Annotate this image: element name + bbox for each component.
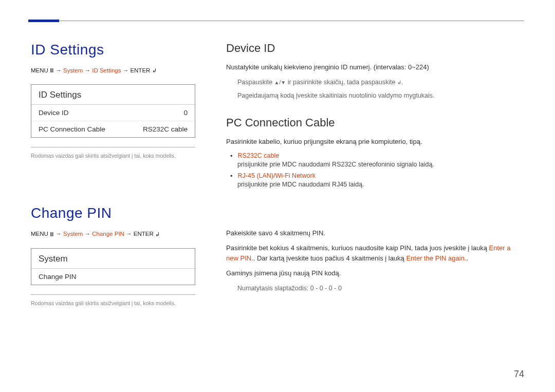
rs232c-text: prisijunkite prie MDC naudodami RS232C s… bbox=[237, 161, 524, 168]
menu-icon: Ⅲ bbox=[50, 67, 54, 74]
pc-connection-value: RS232C cable bbox=[143, 125, 188, 133]
breadcrumb-id-settings: MENU Ⅲ → System → ID Settings → ENTER ↲ bbox=[31, 67, 195, 74]
pc-connection-body: Pasirinkite kabelio, kuriuo prijungsite … bbox=[226, 137, 524, 147]
bc-change-pin: Change PIN bbox=[92, 231, 124, 237]
menu-icon: Ⅲ bbox=[50, 231, 54, 238]
divider bbox=[31, 294, 195, 295]
device-id-sub2: Pageidaujamą kodą įveskite skaitiniais n… bbox=[237, 91, 524, 101]
arrow-icon: → bbox=[55, 231, 62, 237]
arrow-icon: → bbox=[55, 67, 62, 73]
divider bbox=[31, 147, 195, 147]
bc-enter: ENTER bbox=[130, 67, 150, 73]
device-id-row[interactable]: Device ID 0 bbox=[31, 105, 195, 121]
panel-title: ID Settings bbox=[31, 85, 195, 105]
header-rule bbox=[31, 21, 524, 21]
rj45-text: prisijunkite prie MDC naudodami RJ45 lai… bbox=[237, 181, 524, 188]
device-id-label: Device ID bbox=[39, 109, 69, 117]
pc-connection-row[interactable]: PC Connection Cable RS232C cable bbox=[31, 121, 195, 137]
pc-connection-heading: PC Connection Cable bbox=[226, 116, 524, 129]
enter-icon: ↲ bbox=[397, 79, 401, 86]
device-id-value: 0 bbox=[183, 109, 188, 117]
rj45-label: RJ-45 (LAN)/Wi-Fi Network bbox=[238, 172, 316, 179]
change-pin-heading: Change PIN bbox=[31, 205, 195, 221]
bullet-icon: • bbox=[230, 152, 233, 160]
device-id-body: Nustatykite unikalų kiekvieno įrenginio … bbox=[226, 62, 524, 72]
caption-text: Rodomas vaizdas gali skirtis atsižvelgia… bbox=[31, 300, 195, 306]
arrow-icon: → bbox=[85, 67, 91, 73]
caption-text: Rodomas vaizdas gali skirtis atsižvelgia… bbox=[31, 153, 195, 159]
arrow-icon: → bbox=[85, 231, 91, 237]
bc-enter: ENTER bbox=[134, 231, 154, 237]
up-down-icon: ▲/▼ bbox=[274, 79, 286, 86]
panel-title: System bbox=[31, 249, 195, 269]
bullet-icon: • bbox=[230, 172, 233, 180]
id-settings-heading: ID Settings bbox=[31, 42, 195, 58]
change-pin-p3: Gaminys įsimena jūsų naują PIN kodą. bbox=[226, 268, 524, 278]
change-pin-p2: Pasirinkite bet kokius 4 skaitmenis, kur… bbox=[226, 243, 524, 263]
change-pin-label: Change PIN bbox=[39, 273, 77, 281]
bullet-rj45: • RJ-45 (LAN)/Wi-Fi Network bbox=[230, 172, 524, 180]
bc-menu: MENU bbox=[31, 67, 48, 73]
change-pin-row[interactable]: Change PIN bbox=[31, 269, 195, 285]
page-number: 74 bbox=[514, 369, 524, 380]
rs232c-label: RS232C cable bbox=[238, 152, 280, 159]
id-settings-panel: ID Settings Device ID 0 PC Connection Ca… bbox=[31, 84, 195, 138]
enter-icon: ↲ bbox=[155, 231, 160, 238]
default-password: Numatytasis slaptažodis: 0 - 0 - 0 - 0 bbox=[237, 284, 524, 293]
pc-connection-label: PC Connection Cable bbox=[39, 125, 105, 133]
bc-system: System bbox=[63, 231, 83, 237]
device-id-heading: Device ID bbox=[226, 42, 524, 55]
arrow-icon: → bbox=[123, 67, 129, 73]
breadcrumb-change-pin: MENU Ⅲ → System → Change PIN → ENTER ↲ bbox=[31, 231, 195, 237]
bc-menu: MENU bbox=[31, 231, 48, 237]
enter-pin-again-label: Enter the PIN again. bbox=[406, 254, 466, 262]
bc-system: System bbox=[63, 67, 83, 73]
bullet-rs232c: • RS232C cable bbox=[230, 152, 524, 160]
bc-id-settings: ID Settings bbox=[92, 67, 121, 73]
device-id-sub1: Paspauskite ▲/▼ ir pasirinkite skaičių, … bbox=[237, 78, 524, 87]
change-pin-p1: Pakeiskite savo 4 skaitmenų PIN. bbox=[226, 228, 524, 238]
arrow-icon: → bbox=[126, 231, 132, 237]
system-panel: System Change PIN bbox=[31, 248, 195, 285]
enter-icon: ↲ bbox=[152, 67, 157, 74]
